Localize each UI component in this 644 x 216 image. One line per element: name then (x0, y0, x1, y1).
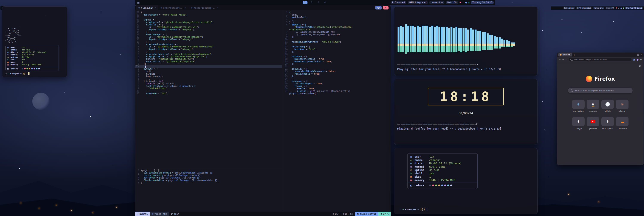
code-line[interactable]: 21 description = "tux's NixOS Flake"; (135, 14, 282, 16)
code-line[interactable]: 15 }; (283, 51, 391, 53)
code-line[interactable]: 4 home-manager, (135, 75, 282, 77)
code-line[interactable]: 9 "x86_64-linux" (135, 87, 282, 90)
code-line[interactable]: 30 enable = true; (283, 87, 391, 90)
code-line[interactable]: 19 inputs = { (135, 19, 282, 21)
code-line[interactable]: 2 self, (135, 70, 282, 72)
shortcut-youtube[interactable]: ▶youtube (587, 117, 599, 130)
shortcut-claude[interactable]: ✳claude (616, 100, 628, 112)
battery-icon[interactable]: ▮ (468, 1, 470, 4)
code-line[interactable]: 11 nixpkgs.hostPlatform = "x86_64-linux"… (283, 41, 391, 43)
code-line[interactable]: 22 security = { (283, 68, 391, 70)
code-line[interactable]: 17 nixos-wsl = { (135, 24, 282, 26)
code-line[interactable]: 1{ (283, 11, 391, 14)
clock-widget[interactable]: Thu Aug 08, 18:18 (625, 7, 643, 9)
code-line[interactable]: 4 astronvim = pkgs.callPackage ./astronv… (135, 176, 282, 179)
personalize-gear-icon[interactable]: ⚙ (638, 65, 641, 68)
editor-pane-iso[interactable]: 1{2 pkgs,3 modulesPath,4 ...5}: {6 impor… (283, 10, 391, 212)
tab-close-icon[interactable]: × (154, 7, 156, 9)
code-line[interactable]: 8 ../../modules/nixos/desktop/awesome (283, 33, 391, 36)
code-line[interactable]: 3 tux-nvim-config = pkgs.callPackage ./n… (135, 174, 282, 176)
code-line[interactable]: 23 sudo.wheelNeedsPassword = false; (283, 70, 391, 72)
minimize-button[interactable]: – (634, 54, 636, 56)
editor-tab-flake-nix[interactable]: ❄flake.nix× (136, 5, 158, 10)
shortcut-search-nixos[interactable]: ❄search.nixos (572, 100, 584, 112)
network-icon[interactable]: ● (620, 7, 622, 10)
code-line[interactable]: plugin thunar-volman]; (283, 92, 391, 95)
code-line[interactable]: 9 ]; (283, 36, 391, 38)
code-line[interactable]: 6 } @ inputs: let (135, 80, 282, 82)
status-pill[interactable]: Bat: 100 (446, 1, 458, 4)
shell-prompt[interactable]: ⌂→canopus~))) (400, 208, 428, 211)
code-line[interactable]: 2 sops-nix.url = "github:Mic92/sops-nix"… (135, 60, 282, 63)
code-line[interactable]: 1 outputs = { (135, 68, 282, 70)
tag-4[interactable]: 4 (323, 1, 328, 4)
newtab-search-input[interactable]: Search with Google or enter address (568, 88, 632, 93)
code-line[interactable]: 6 }; (135, 51, 282, 53)
code-line[interactable]: "${modulesPath}/installer/cd-dvd/install… (283, 26, 391, 28)
new-tab-button[interactable]: + (574, 54, 575, 56)
status-pill[interactable]: Home: 6ms (593, 7, 604, 9)
code-line[interactable]: 10 ]; (135, 90, 282, 92)
code-line[interactable]: 7 ../../modules/nixos/default.nix (283, 31, 391, 33)
close-window-button[interactable]: × (383, 6, 388, 10)
shortcut-cloudflare[interactable]: ☁cloudflare (616, 117, 628, 130)
code-line[interactable]: 28 ssh.startAgent = true; (283, 82, 391, 85)
code-line[interactable]: 8 forAllSystems = nixpkgs.lib.genAttrs [ (135, 85, 282, 87)
maximize-button[interactable]: □ (637, 54, 639, 56)
code-line[interactable]: 7 inherit (self) outputs; (135, 82, 282, 85)
url-bar[interactable]: Search with Google or enter address (569, 58, 632, 61)
tag-3[interactable]: 3 (316, 1, 321, 4)
code-line[interactable]: 20 }; (283, 63, 391, 65)
shortcut-chat-openai[interactable]: ✱chat.openai (602, 117, 614, 130)
code-line[interactable]: 3 nur.url = "github:nix-community/nur"; (135, 58, 282, 60)
status-pill[interactable]: Home: 8ms (429, 1, 444, 4)
menu-button[interactable]: ▦ (137, 0, 140, 5)
code-line[interactable]: 4 ... (283, 19, 391, 21)
code-line[interactable]: 29 thunar = { (283, 85, 391, 87)
code-line[interactable]: 18 bluetooth.enable = true; (283, 58, 391, 60)
editor-tab-hosts-isoImag-[interactable]: ❄hosts/isoImag...× (189, 5, 220, 10)
code-line[interactable]: 12 url = "github:nix-community/home-mana… (135, 36, 282, 38)
code-line[interactable]: 5}: { (283, 21, 391, 24)
status-pill[interactable]: GPU: Integrated (576, 7, 592, 9)
forward-button[interactable]: → (562, 58, 564, 61)
code-line[interactable]: 10 }; (135, 41, 282, 43)
code-line[interactable]: 31 plugins = with pkgs.xfce; [thunar-arc… (283, 90, 391, 92)
code-line[interactable]: 2 pkgs, (283, 14, 391, 16)
tag-1[interactable]: 1 (303, 1, 307, 4)
back-button[interactable]: ← (559, 58, 560, 61)
code-line[interactable]: 19 bluetooth.powerOnBoot = true; (283, 60, 391, 63)
code-line[interactable]: 18 nixpkgs.url = "github:nixos/nixpkgs/n… (135, 21, 282, 24)
editor-pane-flake[interactable]: 22{21 description = "tux's NixOS Flake";… (135, 10, 282, 167)
code-line[interactable]: 20 (135, 16, 282, 19)
code-line[interactable]: 1{pkgs, ...}: { (135, 169, 282, 172)
editor-pane-pkgs[interactable]: 1{pkgs, ...}: {2 tux-awesome-wm-config =… (135, 168, 282, 212)
battery-icon[interactable]: ▮ (623, 7, 624, 10)
code-line[interactable]: 16 (283, 53, 391, 55)
tab-close-icon[interactable]: × (185, 7, 186, 9)
editor-tab-pkgs-default-[interactable]: ❄pkgs/default...× (158, 5, 188, 10)
code-line[interactable]: 5 nixos-hardware.url = "github:nixos/nix… (135, 53, 282, 55)
network-icon[interactable]: ● (465, 1, 467, 4)
code-line[interactable]: 11 username = "tux"; (135, 92, 282, 95)
code-line[interactable]: 11 inputs.nixpkgs.follows = "nixpkgs"; (135, 38, 282, 41)
menu-icon[interactable]: ≡ (640, 58, 642, 61)
reload-button[interactable]: ↻ (566, 58, 567, 61)
code-line[interactable]: 14 hostName = "iso"; (283, 48, 391, 51)
account-icon[interactable]: ● (637, 58, 638, 61)
heart-icon[interactable]: ♥ (459, 1, 461, 4)
preview-button[interactable] (375, 6, 382, 10)
shortcut-chatgpt[interactable]: ✱chatgpt (572, 117, 584, 130)
status-pill[interactable]: GPU: Integrated (408, 1, 428, 4)
code-line[interactable]: 26 (283, 78, 391, 80)
code-line[interactable]: 12 (283, 43, 391, 46)
status-pill[interactable]: P: Balanced (563, 7, 575, 9)
status-pill[interactable]: P: Balanced (391, 1, 406, 4)
code-line[interactable]: 22{ (135, 11, 282, 14)
terminal-window[interactable]: \ \ // ==\__\/ // // \// ==// //== //\__… (2, 7, 67, 77)
code-line[interactable]: 21 (283, 65, 391, 68)
code-line[interactable]: 14 }; (135, 31, 282, 33)
shortcut-github[interactable]: github (602, 100, 614, 112)
code-line[interactable]: 25 }; (283, 75, 391, 77)
tab-close-icon[interactable]: × (217, 7, 218, 9)
